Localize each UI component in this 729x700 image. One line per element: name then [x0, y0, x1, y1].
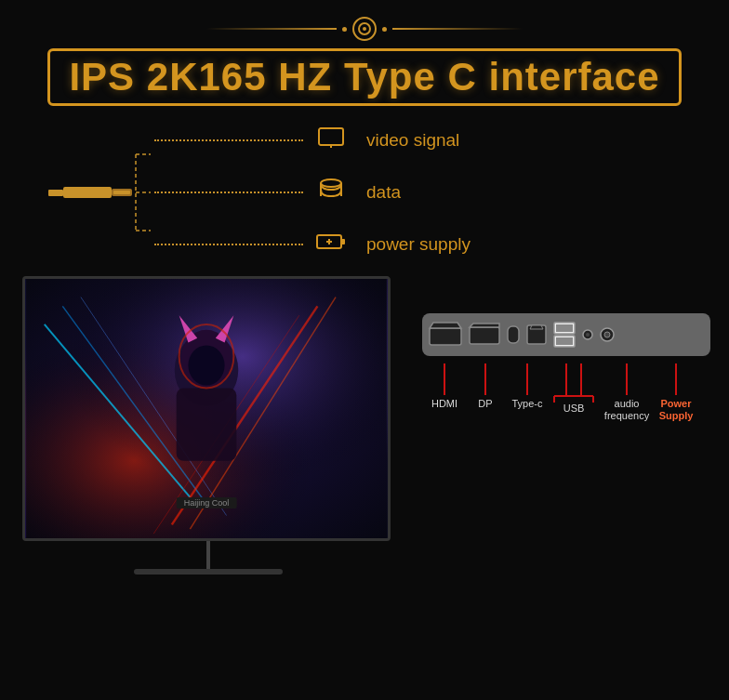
audio-label: audio frequency: [604, 398, 649, 422]
cable-section: video signal data: [0, 106, 729, 267]
ports-panel: [422, 313, 710, 356]
svg-marker-42: [530, 325, 543, 329]
bottom-section: Haijing Cool: [0, 267, 729, 574]
usb-b-port-icon: [525, 322, 548, 348]
svg-rect-3: [113, 191, 130, 194]
usb2-red-line: [580, 363, 582, 395]
dotted-line-3: [154, 244, 303, 245]
monitor-icon: [316, 126, 346, 153]
deco-circle-outer: [352, 17, 377, 41]
cable-row-data: data: [154, 178, 471, 206]
monitor-stand-base: [134, 569, 283, 575]
ports-section: HDMI DP Type-c: [422, 276, 710, 422]
page-title: IPS 2K165 HZ Type C interface: [47, 48, 681, 106]
svg-rect-17: [341, 239, 345, 244]
power-port-icon: [599, 326, 616, 343]
dp-red-line: [484, 363, 486, 395]
power-supply-label: power supply: [366, 234, 471, 255]
svg-rect-8: [319, 128, 343, 145]
deco-line-left: [206, 28, 337, 30]
audio-label-group: audio frequency: [604, 363, 649, 422]
monitor-screen: Haijing Cool: [22, 276, 391, 541]
svg-point-34: [188, 345, 224, 385]
hdmi-red-line: [444, 363, 445, 395]
deco-dot-center: [363, 27, 366, 31]
screen-content: Haijing Cool: [25, 279, 388, 538]
power-supply-port-label: Power Supply: [653, 398, 699, 422]
typec-label: Type-c: [511, 398, 542, 409]
port-labels-row: HDMI DP Type-c: [422, 363, 710, 422]
hdmi-label-group: HDMI: [424, 363, 465, 409]
typec-red-line: [526, 363, 528, 395]
monitor-stand-neck: [206, 541, 210, 569]
svg-rect-46: [556, 337, 573, 345]
svg-rect-40: [508, 326, 519, 343]
svg-rect-38: [470, 327, 499, 344]
svg-rect-31: [177, 388, 237, 460]
svg-rect-36: [430, 328, 461, 345]
dp-label-group: DP: [469, 363, 502, 409]
hdmi-label: HDMI: [431, 398, 457, 409]
svg-rect-44: [556, 324, 573, 332]
cable-row-power: power supply: [154, 231, 471, 258]
monitor-brand: Haijing Cool: [177, 497, 237, 508]
deco-circle-inner: [358, 22, 371, 35]
svg-point-48: [586, 333, 590, 337]
usb-lines: [565, 363, 582, 395]
dotted-line-2: [154, 192, 303, 193]
data-label: data: [366, 182, 401, 203]
svg-point-11: [321, 179, 341, 187]
typec-label-group: Type-c: [508, 363, 547, 409]
video-label: video signal: [366, 130, 459, 151]
dp-port-icon: [468, 322, 501, 348]
usb-bracket: [552, 395, 595, 403]
usb1-red-line: [565, 363, 567, 395]
hdmi-port-icon: [428, 321, 463, 349]
svg-marker-37: [430, 323, 461, 328]
cable-rows: video signal data: [154, 126, 471, 258]
monitor-container: Haijing Cool: [22, 276, 394, 574]
bracket-svg: [132, 141, 151, 244]
cable-svg: [48, 179, 132, 205]
svg-rect-1: [63, 187, 112, 198]
title-section: IPS 2K165 HZ Type C interface: [0, 41, 729, 106]
deco-line-right: [392, 28, 523, 30]
typec-port-icon: [506, 323, 521, 347]
svg-point-50: [604, 332, 610, 337]
deco-dot-right: [382, 27, 387, 32]
top-decoration: [0, 0, 729, 41]
usb-a-ports-icon: [552, 321, 577, 349]
usb-label-group: USB: [550, 363, 597, 414]
database-icon: [316, 178, 346, 206]
power-red-line: [675, 363, 677, 395]
cable-row-video: video signal: [154, 126, 471, 153]
deco-dot-left: [342, 27, 347, 32]
audio-red-line: [626, 363, 628, 395]
svg-marker-39: [470, 324, 499, 327]
svg-rect-0: [48, 190, 63, 196]
cable-icon: [48, 179, 132, 205]
usb-label: USB: [563, 403, 585, 414]
powersupply-label-group: Power Supply: [653, 363, 699, 422]
cable-diagram: video signal data: [48, 126, 681, 258]
battery-icon: [316, 231, 346, 258]
dotted-line-1: [154, 139, 303, 141]
dp-label: DP: [478, 398, 492, 409]
audio-port-icon: [581, 328, 594, 341]
